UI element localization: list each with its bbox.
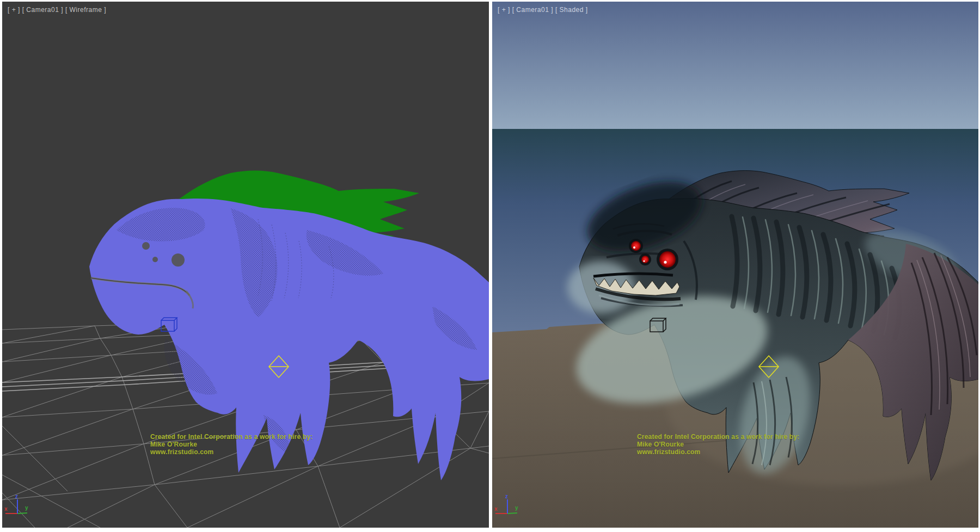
application-window: [ + ] [ Camera01 ] [ Wireframe ] Created… xyxy=(0,0,980,532)
watermark-line-3: www.frizstudio.com xyxy=(150,448,324,456)
axis-x-label: x xyxy=(4,506,8,512)
world-axis-tripod-icon: x y z xyxy=(493,493,522,518)
watermark-line-3: www.frizstudio.com xyxy=(637,448,811,456)
watermark-line-2: Mike O'Rourke xyxy=(637,441,811,448)
viewport-wireframe[interactable]: [ + ] [ Camera01 ] [ Wireframe ] Created… xyxy=(2,2,489,528)
axis-z-label: z xyxy=(15,493,18,499)
world-axis-tripod-icon: x y z xyxy=(3,493,32,518)
scene-watermark: Created for Intel Corporation as a work … xyxy=(150,433,324,456)
sky-background xyxy=(492,2,978,129)
watermark-line-1: Created for Intel Corporation as a work … xyxy=(637,433,811,441)
viewport-label-wireframe[interactable]: [ + ] [ Camera01 ] [ Wireframe ] xyxy=(8,6,106,14)
axis-y-label: y xyxy=(25,505,28,511)
axis-y-label: y xyxy=(515,505,518,511)
watermark-line-1: Created for Intel Corporation as a work … xyxy=(150,433,324,441)
scene-watermark: Created for Intel Corporation as a work … xyxy=(637,433,811,456)
watermark-line-2: Mike O'Rourke xyxy=(150,441,324,448)
viewport-shaded[interactable]: [ + ] [ Camera01 ] [ Shaded ] Created fo… xyxy=(492,2,978,528)
viewport-label-shaded[interactable]: [ + ] [ Camera01 ] [ Shaded ] xyxy=(498,6,588,14)
axis-x-label: x xyxy=(494,506,498,512)
axis-z-label: z xyxy=(505,493,508,499)
